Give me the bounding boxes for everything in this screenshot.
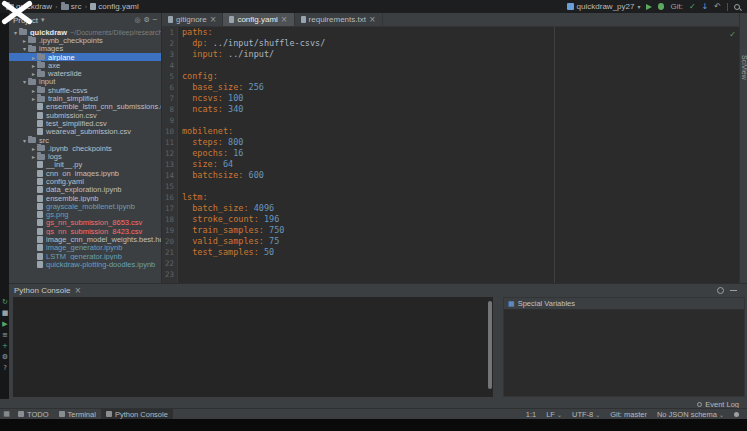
settings-icon[interactable]: ⚙ <box>2 353 8 361</box>
breadcrumb-item-quickdraw[interactable]: quickdraw <box>6 2 52 11</box>
tree-item-LSTM_generator.ipynb[interactable]: LSTM_generator.ipynb <box>9 252 161 260</box>
run-button[interactable] <box>646 4 652 10</box>
tree-toggle-icon[interactable]: ▾ <box>21 78 28 85</box>
search-icon[interactable] <box>734 4 740 10</box>
close-tab-icon[interactable]: × <box>210 16 217 24</box>
editor-tab-gitignore[interactable]: gitignore× <box>162 13 223 26</box>
tree-item-airplane[interactable]: ▸airplane <box>9 53 161 61</box>
toolwindow-button-Terminal[interactable]: Terminal <box>54 409 101 419</box>
help-icon[interactable]: ? <box>3 364 7 372</box>
tree-item-test_simplified.csv[interactable]: test_simplified.csv <box>9 119 161 127</box>
chevron-down-icon[interactable]: ▾ <box>41 16 45 24</box>
tree-item-submission.csv[interactable]: submission.csv <box>9 111 161 119</box>
rerun-icon[interactable]: ↻ <box>2 298 8 306</box>
tree-item-quickdraw[interactable]: ▾quickdraw~/Documents/Dileep/research/ka… <box>9 28 161 36</box>
console-output[interactable] <box>13 297 493 397</box>
tree-item-__init__.py[interactable]: __init__.py <box>9 161 161 169</box>
status-segment[interactable]: Git: master <box>610 410 647 419</box>
tree-item-images[interactable]: ▾images <box>9 45 161 53</box>
editor-code[interactable]: paths: dp: ../input/shuffle-csvs/ input:… <box>178 27 739 283</box>
tree-item-weareval_submission.csv[interactable]: weareval_submission.csv <box>9 128 161 136</box>
tree-toggle-icon[interactable]: ▾ <box>21 137 28 144</box>
code-line: valid_samples: 75 <box>182 236 739 247</box>
soft-wrap-icon[interactable]: ≡ <box>2 331 8 339</box>
editor-gutter[interactable]: 1234567891011121314151617181920212223 <box>162 27 178 283</box>
close-tab-icon[interactable]: × <box>369 16 376 24</box>
toolwindow-button-label: Python Console <box>115 410 168 419</box>
tree-item-label: image_generator.ipynb <box>46 244 122 252</box>
tree-toggle-icon[interactable]: ▸ <box>30 87 37 94</box>
tree-item-logs[interactable]: ▸logs <box>9 152 161 160</box>
tree-item-data_exploration.ipynb[interactable]: data_exploration.ipynb <box>9 186 161 194</box>
tree-item-gs_nn_submission_8423.csv[interactable]: gs_nn_submission_8423.csv <box>9 227 161 235</box>
tree-item-shuffle-csvs[interactable]: ▸shuffle-csvs <box>9 86 161 94</box>
revert-icon[interactable]: ↶ <box>714 2 721 11</box>
gear-icon[interactable]: ⚙ <box>144 16 150 24</box>
console-scrollbar[interactable] <box>488 301 492 389</box>
run-configuration-select[interactable]: quickdraw_py27 ▾ <box>567 2 641 11</box>
project-path-label: ~/Documents/Dileep/research/kag <box>70 29 161 36</box>
highlighting-level-icon[interactable] <box>734 412 739 417</box>
editor-tab-requirements.txt[interactable]: requirements.txt× <box>295 13 383 26</box>
tree-item-ensemble_lstm_cnn_submissions.csv[interactable]: ensemble_lstm_cnn_submissions.csv <box>9 103 161 111</box>
tree-item-label: quickdraw <box>30 28 67 36</box>
toolwindow-switcher-icon[interactable]: ▦ <box>3 410 10 418</box>
tree-toggle-icon[interactable]: ▸ <box>30 70 37 77</box>
tree-item-grayscale_mobilenet.ipynb[interactable]: grayscale_mobilenet.ipynb <box>9 202 161 210</box>
tree-item-quickdraw-plotting-doodles.ipynb[interactable]: quickdraw-plotting-doodles.ipynb <box>9 260 161 268</box>
locate-file-icon[interactable]: ◎ <box>134 16 140 24</box>
tree-item-config.yaml[interactable]: config.yaml <box>9 177 161 185</box>
add-icon[interactable]: + <box>2 342 8 350</box>
editor-tab-config.yaml[interactable]: config.yaml× <box>223 13 294 26</box>
execute-icon[interactable]: ▶ <box>2 320 7 328</box>
breadcrumb-item-src[interactable]: src <box>61 2 82 11</box>
tree-item-cnn_on_images.ipynb[interactable]: cnn_on_images.ipynb <box>9 169 161 177</box>
toolwindow-button-TODO[interactable]: TODO <box>13 409 54 419</box>
breadcrumb-label: quickdraw <box>16 2 52 11</box>
update-project-icon[interactable]: ↓ <box>702 2 709 11</box>
tree-toggle-icon[interactable]: ▸ <box>30 145 37 152</box>
tree-item-waterslide[interactable]: ▸waterslide <box>9 69 161 77</box>
close-console-icon[interactable]: × <box>74 286 81 295</box>
hide-panel-icon[interactable] <box>730 290 737 291</box>
breadcrumb-item-config.yaml[interactable]: config.yaml <box>90 2 138 11</box>
code-line: dp: ../input/shuffle-csvs/ <box>182 38 739 49</box>
tree-item-input[interactable]: ▾input <box>9 78 161 86</box>
tree-toggle-icon[interactable]: ▸ <box>30 54 37 61</box>
tree-toggle-icon[interactable]: ▸ <box>30 95 37 102</box>
status-segment[interactable]: LF⌄ <box>546 410 562 419</box>
tree-item-ensemble.ipynb[interactable]: ensemble.ipynb <box>9 194 161 202</box>
debug-button[interactable] <box>658 3 664 10</box>
file-icon <box>37 161 43 168</box>
stop-icon[interactable]: ■ <box>2 309 9 317</box>
gear-icon[interactable] <box>717 287 724 294</box>
commit-icon[interactable]: ✓ <box>689 2 696 11</box>
tree-item-gs.png[interactable]: gs.png <box>9 211 161 219</box>
tree-toggle-icon[interactable]: ▸ <box>21 37 28 44</box>
editor-tab-label: config.yaml <box>237 15 277 24</box>
status-segment[interactable]: UTF-8⌄ <box>572 410 600 419</box>
status-segment[interactable]: 1:1 <box>526 410 536 419</box>
tree-item-.ipynb_checkpoints[interactable]: ▸.ipynb_checkpoints <box>9 36 161 44</box>
tree-item-axe[interactable]: ▸axe <box>9 61 161 69</box>
tree-item-src[interactable]: ▾src <box>9 136 161 144</box>
toolwindow-bottom-strip: Event Log <box>0 399 747 408</box>
tree-toggle-icon[interactable]: ▾ <box>21 45 28 52</box>
toolwindow-button-Python Console[interactable]: Python Console <box>101 409 173 419</box>
code-line <box>182 115 739 126</box>
status-segment[interactable]: No JSON schema⌄ <box>657 410 724 419</box>
tree-item-image_generator.ipynb[interactable]: image_generator.ipynb <box>9 244 161 252</box>
close-tab-icon[interactable]: × <box>281 16 288 24</box>
tree-item-gs_nn_submission_8653.csv[interactable]: gs_nn_submission_8653.csv <box>9 219 161 227</box>
hide-panel-icon[interactable]: ─ <box>153 16 157 24</box>
file-icon <box>37 236 43 243</box>
code-line: base_size: 256 <box>182 82 739 93</box>
tree-toggle-icon[interactable]: ▾ <box>12 29 19 36</box>
tree-toggle-icon[interactable]: ▸ <box>30 62 37 69</box>
sciview-toolwindow-button[interactable]: SciView <box>741 55 747 80</box>
file-icon <box>37 186 43 193</box>
tree-item-image_cnn_model_weights.best.hdf5[interactable]: image_cnn_model_weights.best.hdf5 <box>9 235 161 243</box>
tree-item-train_simplified[interactable]: ▸train_simplified <box>9 94 161 102</box>
tree-toggle-icon[interactable]: ▸ <box>30 153 37 160</box>
tree-item-.ipynb_checkpoints[interactable]: ▸.ipynb_checkpoints <box>9 144 161 152</box>
